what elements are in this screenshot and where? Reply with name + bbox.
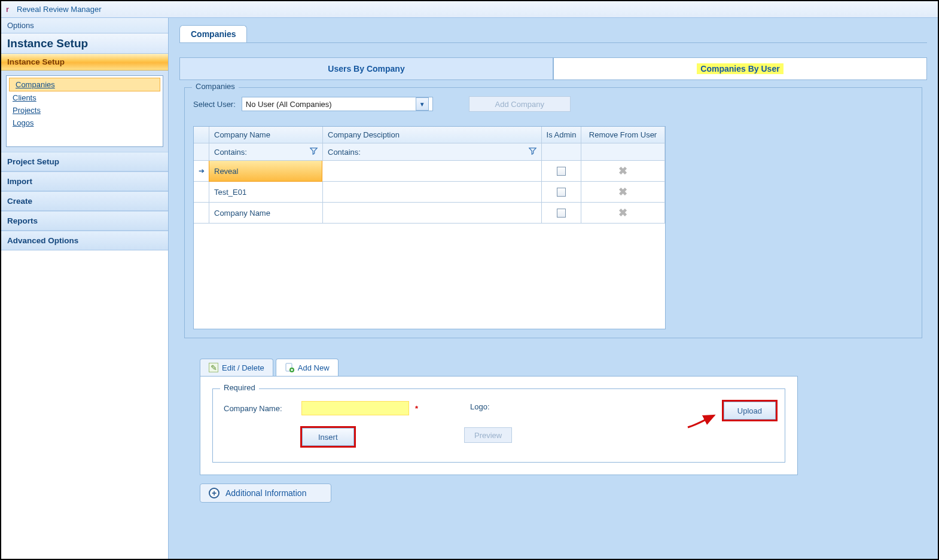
required-star-icon: *: [415, 404, 418, 413]
cell-company-desc: [323, 182, 542, 202]
grid-header-desc[interactable]: Company Desciption: [323, 127, 542, 143]
insert-button[interactable]: Insert: [302, 428, 354, 446]
tab-edit-delete[interactable]: ✎ Edit / Delete: [200, 359, 273, 376]
additional-information: + Additional Information: [200, 484, 331, 503]
sidebar-group-project-setup[interactable]: Project Setup: [1, 152, 168, 172]
grid-filter-row: Contains: Contains:: [194, 143, 665, 161]
tab-users-by-company[interactable]: Users By Company: [179, 57, 553, 79]
add-icon: [285, 363, 294, 372]
additional-information-button[interactable]: + Additional Information: [200, 484, 331, 503]
is-admin-checkbox[interactable]: [557, 188, 566, 197]
lower-tabs: ✎ Edit / Delete Add New: [200, 359, 922, 376]
companies-grid: Company Name Company Desciption Is Admin…: [193, 126, 666, 329]
is-admin-checkbox[interactable]: [557, 167, 566, 176]
companies-fieldset: Companies Select User: No User (All Comp…: [184, 87, 922, 338]
select-user-combo[interactable]: No User (All Companies) ▼: [242, 97, 433, 111]
table-row[interactable]: Test_E01 ✖: [194, 182, 665, 203]
sidebar: Options Instance Setup Instance Setup Co…: [1, 18, 169, 559]
company-name-label: Company Name:: [224, 404, 295, 413]
grid-header-remove[interactable]: Remove From User: [581, 127, 665, 143]
chevron-down-icon: ▼: [416, 97, 429, 111]
grid-header-name[interactable]: Company Name: [209, 127, 323, 143]
required-fieldset: Required Company Name: * Insert: [212, 388, 785, 463]
tab-add-new-label: Add New: [298, 363, 330, 372]
tab-companies-by-user-label: Companies By User: [697, 63, 783, 74]
sidebar-list: Companies Clients Projects Logos: [6, 75, 163, 147]
sidebar-active-header[interactable]: Instance Setup: [1, 54, 168, 71]
grid-filter-name[interactable]: Contains:: [209, 143, 323, 160]
arrow-icon: [685, 412, 719, 430]
content-area: Companies Users By Company Companies By …: [169, 18, 938, 559]
remove-icon[interactable]: ✖: [618, 185, 627, 198]
sidebar-item-projects[interactable]: Projects: [7, 104, 163, 117]
select-user-value: No User (All Companies): [246, 100, 332, 109]
remove-icon[interactable]: ✖: [618, 206, 627, 219]
logo-label: Logo:: [470, 402, 490, 411]
cell-company-name: Test_E01: [209, 182, 323, 202]
cell-company-desc: [323, 203, 542, 223]
remove-icon[interactable]: ✖: [618, 164, 627, 178]
cell-company-name: Company Name: [209, 203, 323, 223]
filter-icon: [529, 147, 536, 157]
additional-information-label: Additional Information: [225, 488, 306, 498]
tab-edit-delete-label: Edit / Delete: [222, 363, 264, 372]
companies-legend: Companies: [192, 82, 239, 91]
row-indicator-icon: ➔: [199, 167, 205, 175]
sidebar-group-import[interactable]: Import: [1, 172, 168, 191]
sidebar-section-title: Instance Setup: [1, 33, 168, 54]
sidebar-group-create[interactable]: Create: [1, 191, 168, 211]
grid-body: ➔ Reveal ✖ Test_E01 ✖: [194, 161, 665, 329]
top-tab-companies[interactable]: Companies: [179, 25, 247, 42]
company-name-input[interactable]: [301, 401, 409, 415]
filter-icon: [310, 147, 318, 157]
tab-users-by-company-label: Users By Company: [328, 64, 404, 74]
sidebar-group-reports[interactable]: Reports: [1, 211, 168, 231]
select-user-label: Select User:: [193, 100, 236, 109]
sidebar-empty: [1, 250, 168, 559]
table-row[interactable]: ➔ Reveal ✖: [194, 161, 665, 182]
grid-header-admin[interactable]: Is Admin: [542, 127, 581, 143]
sidebar-item-companies[interactable]: Companies: [9, 78, 160, 91]
table-row[interactable]: Company Name ✖: [194, 203, 665, 224]
is-admin-checkbox[interactable]: [557, 209, 566, 218]
add-new-form: Required Company Name: * Insert: [200, 376, 798, 475]
grid-header-indicator: [194, 127, 209, 143]
app-logo-icon: r: [6, 6, 13, 13]
tab-add-new[interactable]: Add New: [276, 359, 339, 376]
sidebar-item-logos[interactable]: Logos: [7, 117, 163, 129]
preview-button[interactable]: Preview: [464, 427, 512, 443]
upload-button[interactable]: Upload: [724, 402, 776, 420]
grid-header: Company Name Company Desciption Is Admin…: [194, 127, 665, 143]
cell-company-desc: [322, 161, 542, 181]
inner-tabs: Users By Company Companies By User: [179, 57, 927, 80]
upload-highlight-box: Upload: [722, 400, 778, 421]
tab-companies-by-user[interactable]: Companies By User: [553, 57, 927, 79]
titlebar: r Reveal Review Manager: [1, 1, 938, 18]
sidebar-item-clients[interactable]: Clients: [7, 91, 163, 104]
insert-highlight-box: Insert: [300, 426, 356, 448]
edit-icon: ✎: [209, 363, 218, 372]
sidebar-options[interactable]: Options: [1, 18, 168, 33]
grid-filter-desc[interactable]: Contains:: [323, 143, 542, 160]
required-legend: Required: [220, 383, 259, 392]
sidebar-group-advanced-options[interactable]: Advanced Options: [1, 231, 168, 250]
window-title: Reveal Review Manager: [17, 5, 102, 14]
cell-company-name: Reveal: [209, 161, 322, 182]
add-company-button[interactable]: Add Company: [469, 96, 571, 112]
plus-icon: +: [209, 488, 219, 498]
